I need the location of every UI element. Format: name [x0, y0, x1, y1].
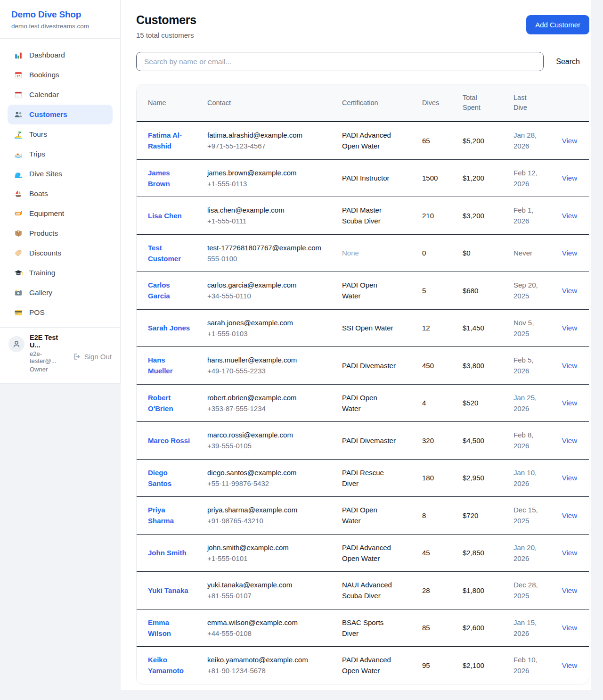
view-link[interactable]: View: [562, 399, 577, 407]
view-link[interactable]: View: [562, 287, 577, 295]
customers-table-card: Name Contact Certification Dives Total S…: [136, 84, 589, 684]
table-row: Sarah Jones sarah.jones@example.com +1-5…: [137, 309, 589, 347]
view-link[interactable]: View: [562, 511, 577, 519]
column-header-total-spent: Total Spent: [463, 84, 513, 122]
view-link[interactable]: View: [562, 212, 577, 220]
customer-name-link[interactable]: Robert O'Brien: [148, 394, 173, 412]
customer-name-link[interactable]: Carlos Garcia: [148, 281, 170, 300]
customer-name-link[interactable]: James Brown: [148, 169, 170, 188]
search-button[interactable]: Search: [556, 58, 580, 66]
customer-name-link[interactable]: John Smith: [148, 549, 187, 557]
customer-name-link[interactable]: Hans Mueller: [148, 356, 173, 375]
table-row: Diego Santos diego.santos@example.com +5…: [137, 459, 589, 497]
view-link[interactable]: View: [562, 436, 577, 445]
sign-out-button[interactable]: Sign Out: [73, 340, 112, 373]
customer-phone: +353-87-555-1234: [207, 403, 323, 414]
sidebar-item-gallery[interactable]: Gallery: [8, 283, 113, 303]
view-link[interactable]: View: [562, 324, 577, 332]
view-link[interactable]: View: [562, 624, 577, 632]
customer-email: marco.rossi@example.com: [207, 429, 323, 440]
customer-total-spent: $2,950: [463, 459, 513, 497]
sidebar-item-bookings[interactable]: 17 Bookings: [8, 65, 113, 85]
customer-phone: +39-555-0105: [207, 440, 323, 451]
customer-name-link[interactable]: Lisa Chen: [148, 212, 182, 220]
customer-certification: PADI Open Water: [342, 497, 422, 535]
add-customer-button[interactable]: Add Customer: [526, 15, 589, 34]
customer-phone: +91-98765-43210: [207, 515, 323, 526]
customer-email: robert.obrien@example.com: [207, 392, 323, 403]
view-link[interactable]: View: [562, 474, 577, 482]
page-title: Customers: [136, 13, 196, 27]
view-link[interactable]: View: [562, 174, 577, 182]
sidebar-item-tours[interactable]: Tours: [8, 124, 113, 144]
user-role: Owner: [30, 366, 68, 373]
customer-total-spent: $4,500: [463, 422, 513, 460]
customer-name-link[interactable]: Keiko Yamamoto: [148, 656, 184, 675]
customer-phone: +1-555-0113: [207, 178, 323, 189]
customer-dives: 12: [422, 309, 463, 347]
customer-name-link[interactable]: Yuki Tanaka: [148, 586, 188, 594]
sidebar-item-trips[interactable]: Trips: [8, 144, 113, 164]
customer-total-spent: $2,850: [463, 534, 513, 572]
customer-name-link[interactable]: Sarah Jones: [148, 324, 190, 332]
column-header-actions: [558, 84, 589, 122]
sidebar-item-training[interactable]: Training: [8, 263, 113, 283]
view-link[interactable]: View: [562, 586, 577, 594]
sidebar-item-calendar[interactable]: Calendar: [8, 85, 113, 105]
table-row: Lisa Chen lisa.chen@example.com +1-555-0…: [137, 197, 589, 235]
view-link[interactable]: View: [562, 249, 577, 257]
customer-dives: 0: [422, 234, 463, 272]
customer-certification: PADI Advanced Open Water: [342, 534, 422, 572]
customer-last-dive: Jan 28, 2026: [513, 122, 558, 159]
calendar-date-icon: 17: [14, 71, 23, 79]
customer-last-dive: Jan 25, 2026: [513, 384, 558, 422]
view-link[interactable]: View: [562, 661, 577, 669]
customer-dives: 85: [422, 609, 463, 647]
view-link[interactable]: View: [562, 549, 577, 557]
user-email: e2e-tester@...: [30, 350, 68, 364]
sidebar-item-discounts[interactable]: Discounts: [8, 243, 113, 263]
customer-phone: +81-90-1234-5678: [207, 665, 323, 676]
customer-name-link[interactable]: Emma Wilson: [148, 618, 171, 637]
customer-email: lisa.chen@example.com: [207, 205, 323, 215]
customer-phone: +1-555-0103: [207, 328, 323, 339]
customer-phone: +971-55-123-4567: [207, 140, 323, 151]
wave-icon: [14, 170, 23, 178]
view-link[interactable]: View: [562, 137, 577, 145]
sidebar-item-dive-sites[interactable]: Dive Sites: [8, 164, 113, 184]
customer-last-dive: Jan 10, 2026: [513, 459, 558, 497]
customer-email: fatima.alrashid@example.com: [207, 130, 323, 140]
speedboat-icon: [14, 150, 23, 158]
search-input[interactable]: [136, 52, 544, 71]
customer-phone: +44-555-0108: [207, 628, 323, 639]
customer-name-link[interactable]: Fatima Al-Rashid: [148, 131, 182, 150]
package-icon: [14, 229, 23, 238]
customer-email: keiko.yamamoto@example.com: [207, 654, 323, 665]
customer-name-link[interactable]: Test Customer: [148, 244, 181, 263]
customer-name-link[interactable]: Diego Santos: [148, 469, 171, 487]
sidebar-item-customers[interactable]: Customers: [8, 105, 113, 124]
sidebar-item-boats[interactable]: Boats: [8, 184, 113, 204]
sidebar-item-products[interactable]: Products: [8, 223, 113, 243]
view-link[interactable]: View: [562, 362, 577, 370]
shop-name: Demo Dive Shop: [11, 9, 109, 20]
customer-total-spent: $0: [463, 234, 513, 272]
sign-out-label: Sign Out: [84, 353, 112, 361]
customer-last-dive: Feb 12, 2026: [513, 159, 558, 197]
customer-phone: +1-555-0111: [207, 215, 323, 226]
sidebar-item-dashboard[interactable]: Dashboard: [8, 45, 113, 65]
customer-total-spent: $1,200: [463, 159, 513, 197]
customer-dives: 45: [422, 534, 463, 572]
brand-block[interactable]: Demo Dive Shop demo.test.divestreams.com: [0, 0, 120, 39]
customer-email: hans.mueller@example.com: [207, 354, 323, 365]
sidebar-nav: Dashboard 17 Bookings Calendar Customers…: [0, 39, 120, 327]
people-icon: [14, 110, 23, 119]
customer-email: yuki.tanaka@example.com: [207, 579, 323, 590]
customer-name-link[interactable]: Marco Rossi: [148, 436, 190, 445]
total-customers-count: 15 total customers: [136, 31, 196, 39]
sidebar-item-equipment[interactable]: Equipment: [8, 204, 113, 223]
customer-dives: 450: [422, 347, 463, 385]
customer-name-link[interactable]: Priya Sharma: [148, 506, 174, 525]
sidebar-item-pos[interactable]: POS: [8, 303, 113, 322]
customer-total-spent: $520: [463, 384, 513, 422]
